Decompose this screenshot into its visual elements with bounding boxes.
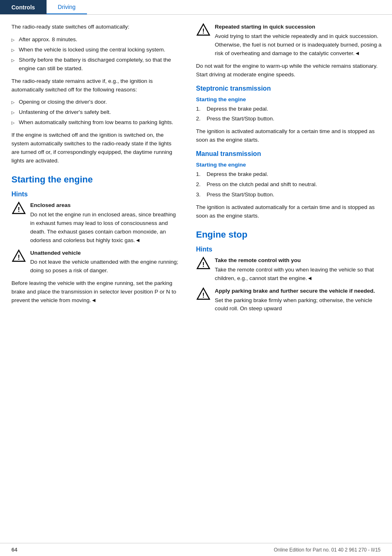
- warning-icon-4: !: [196, 256, 211, 271]
- hints-heading-left: Hints: [11, 191, 180, 198]
- list-item: When automatically switching from low be…: [11, 118, 180, 127]
- list-item: Unfastening of the driver's safety belt.: [11, 108, 180, 117]
- svg-text:!: !: [202, 261, 205, 269]
- page-number: 64: [11, 547, 17, 553]
- before-leaving-p: Before leaving the vehicle with the engi…: [11, 279, 180, 305]
- section-engine-stop-title: Engine stop: [196, 229, 384, 240]
- section-steptronic-title: Steptronic transmission: [196, 85, 384, 92]
- warning-repeated-title: Repeated starting in quick succession: [215, 23, 384, 31]
- intro-p3: If the engine is switched off and the ig…: [11, 131, 180, 165]
- warning-parking-body: Set the parking brake firmly when parkin…: [215, 297, 372, 312]
- hints-heading-right: Hints: [196, 246, 384, 253]
- warning-unattended-title: Unattended vehicle: [30, 249, 180, 258]
- sub-starting-2: Starting the engine: [196, 162, 384, 168]
- copyright-text: Online Edition for Part no. 01 40 2 961 …: [274, 547, 381, 553]
- page-content: The radio-ready state switches off autom…: [0, 15, 392, 317]
- list-item: When the vehicle is locked using the cen…: [11, 46, 180, 54]
- tab-controls[interactable]: Controls: [0, 0, 47, 14]
- warning-icon-3: !: [196, 23, 211, 38]
- warning-icon-2: !: [11, 249, 26, 264]
- intro-p1: The radio-ready state switches off autom…: [11, 23, 180, 31]
- left-column: The radio-ready state switches off autom…: [0, 23, 188, 317]
- svg-text:!: !: [202, 27, 205, 35]
- list-item: After approx. 8 minutes.: [11, 36, 180, 44]
- section-starting-engine-title: Starting the engine: [11, 174, 180, 185]
- steptronic-note: The ignition is activated automatically …: [196, 127, 384, 145]
- warning-parking-text: Apply parking brake and further secure t…: [215, 287, 384, 314]
- warning-remote-text: Take the remote control with you Take th…: [215, 256, 384, 283]
- warning-icon-5: !: [196, 287, 211, 302]
- svg-text:!: !: [202, 291, 205, 299]
- warning-repeated-starting: ! Repeated starting in quick succession …: [196, 23, 384, 58]
- manual-note: The ignition is activated automatically …: [196, 203, 384, 220]
- svg-text:!: !: [18, 206, 20, 214]
- tab-driving[interactable]: Driving: [47, 0, 87, 14]
- warning-enclosed-body: Do not let the engine run in enclosed ar…: [30, 211, 176, 243]
- top-navigation: Controls Driving: [0, 0, 392, 15]
- intro-p2: The radio-ready state remains active if,…: [11, 77, 180, 94]
- warning-unattended-body: Do not leave the vehicle unattended with…: [30, 259, 178, 274]
- warning-parking-brake: ! Apply parking brake and further secure…: [196, 287, 384, 314]
- warning-remote-body: Take the remote control with you when le…: [215, 267, 374, 281]
- list-item: 2.Press on the clutch pedal and shift to…: [196, 180, 384, 189]
- list-item: 1.Depress the brake pedal.: [196, 105, 384, 113]
- warning-parking-title: Apply parking brake and further secure t…: [215, 287, 384, 296]
- list-item: 3.Press the Start/Stop button.: [196, 191, 384, 199]
- warning-unattended-text: Unattended vehicle Do not leave the vehi…: [30, 249, 180, 276]
- list-item: 1.Depress the brake pedal.: [196, 170, 384, 179]
- list-item: 2.Press the Start/Stop button.: [196, 115, 384, 123]
- sub-starting-1: Starting the engine: [196, 96, 384, 102]
- right-column: ! Repeated starting in quick succession …: [188, 23, 392, 317]
- bullet-list-2: Opening or closing the driver's door. Un…: [11, 98, 180, 127]
- warning-repeated-text: Repeated starting in quick succession Av…: [215, 23, 384, 58]
- warning-icon-1: !: [11, 201, 26, 216]
- svg-text:!: !: [18, 254, 20, 261]
- footer: 64 Online Edition for Part no. 01 40 2 9…: [0, 543, 392, 556]
- warning-unattended: ! Unattended vehicle Do not leave the ve…: [11, 249, 180, 276]
- section-manual-title: Manual transmission: [196, 150, 384, 158]
- warning-enclosed-title: Enclosed areas: [30, 201, 180, 210]
- list-item: Opening or closing the driver's door.: [11, 98, 180, 107]
- warning-remote-title: Take the remote control with you: [215, 256, 384, 265]
- list-item: Shortly before the battery is discharged…: [11, 56, 180, 73]
- warning-remote-control: ! Take the remote control with you Take …: [196, 256, 384, 283]
- warm-up-p: Do not wait for the engine to warm-up wh…: [196, 62, 384, 79]
- warning-enclosed-text: Enclosed areas Do not let the engine run…: [30, 201, 180, 245]
- warning-enclosed-areas: ! Enclosed areas Do not let the engine r…: [11, 201, 180, 245]
- warning-repeated-body: Avoid trying to start the vehicle repeat…: [215, 33, 381, 56]
- bullet-list-1: After approx. 8 minutes. When the vehicl…: [11, 36, 180, 73]
- steptronic-steps-list: 1.Depress the brake pedal. 2.Press the S…: [196, 105, 384, 124]
- manual-steps-list: 1.Depress the brake pedal. 2.Press on th…: [196, 170, 384, 199]
